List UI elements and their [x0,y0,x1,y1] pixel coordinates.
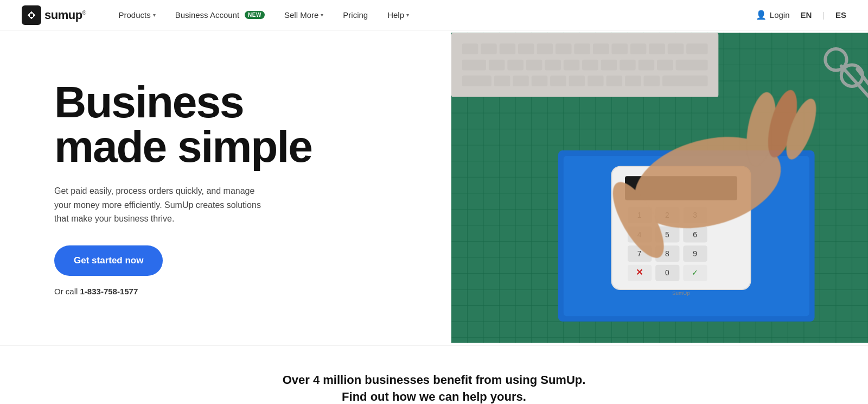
svg-rect-76 [494,75,510,86]
svg-rect-73 [657,60,673,71]
sell-more-chevron-icon: ▾ [321,12,323,18]
svg-rect-68 [564,60,580,71]
svg-rect-65 [507,60,524,71]
svg-rect-70 [601,60,617,71]
phone-number: 1-833-758-1577 [80,287,138,296]
svg-rect-85 [662,75,708,86]
new-badge: NEW [245,11,265,19]
svg-rect-80 [569,75,585,86]
svg-rect-78 [532,75,548,86]
svg-rect-54 [537,43,553,54]
hero-title: Business made simple [54,80,419,169]
hero-content: Business made simple Get paid easily, pr… [0,30,451,345]
nav-help[interactable]: Help ▾ [387,10,409,20]
help-chevron-icon: ▾ [406,12,409,18]
nav-products[interactable]: Products ▾ [119,10,156,20]
svg-rect-51 [481,43,497,54]
hero-section: Business made simple Get paid easily, pr… [0,30,868,345]
svg-text:7: 7 [637,250,642,258]
svg-rect-63 [462,60,486,71]
login-link[interactable]: 👤 Login [756,10,790,20]
svg-rect-1 [30,14,33,17]
get-started-button[interactable]: Get started now [54,245,163,276]
call-prefix: Or call [54,287,80,296]
svg-rect-56 [574,43,590,54]
sell-more-label: Sell More [284,10,318,20]
svg-rect-82 [607,75,623,86]
nav-business-account[interactable]: Business Account NEW [175,10,265,20]
svg-rect-64 [489,60,505,71]
business-account-label: Business Account [175,10,239,20]
logo-link[interactable]: sumup® [22,5,86,25]
lang-es-button[interactable]: ES [835,10,846,20]
svg-rect-83 [625,75,641,86]
svg-rect-77 [513,75,529,86]
svg-rect-59 [630,43,647,54]
svg-rect-79 [550,75,566,86]
hero-illustration: 1 2 3 4 5 6 7 8 9 ✕ 0 ✓ SumUp [451,30,868,345]
pricing-label: Pricing [343,10,368,20]
nav-right: 👤 Login EN | ES [756,10,846,20]
products-chevron-icon: ▾ [153,12,156,18]
svg-text:✓: ✓ [692,269,698,277]
svg-text:8: 8 [665,250,669,258]
lang-en-button[interactable]: EN [801,10,812,20]
svg-rect-58 [611,43,628,54]
hero-subtitle: Get paid easily, process orders quickly,… [54,184,271,226]
user-icon: 👤 [756,10,767,20]
svg-text:✕: ✕ [636,268,643,277]
svg-rect-72 [639,60,655,71]
svg-rect-66 [526,60,542,71]
svg-text:6: 6 [693,231,697,239]
products-label: Products [119,10,151,20]
lang-divider: | [822,11,825,20]
svg-rect-60 [649,43,665,54]
svg-rect-84 [643,75,660,86]
nav-sell-more[interactable]: Sell More ▾ [284,10,323,20]
bottom-banner: Over 4 million businesses benefit from u… [0,345,868,404]
bottom-banner-text: Over 4 million businesses benefit from u… [271,372,597,404]
svg-rect-50 [462,43,478,54]
svg-rect-71 [620,60,636,71]
svg-text:5: 5 [665,231,669,239]
svg-text:SumUp: SumUp [672,290,690,296]
navbar: sumup® Products ▾ Business Account NEW S… [0,0,868,30]
logo-icon [22,5,41,25]
logo-text: sumup® [44,8,86,22]
svg-rect-53 [518,43,534,54]
nav-pricing[interactable]: Pricing [343,10,368,20]
svg-rect-57 [593,43,609,54]
svg-rect-74 [676,60,708,71]
hero-image: 1 2 3 4 5 6 7 8 9 ✕ 0 ✓ SumUp [451,30,868,345]
svg-text:0: 0 [665,269,669,277]
svg-rect-52 [500,43,516,54]
svg-text:9: 9 [693,250,697,258]
svg-rect-67 [545,60,561,71]
svg-rect-75 [462,75,492,86]
login-label: Login [770,10,790,20]
hero-title-line1: Business [54,77,244,127]
svg-rect-55 [556,43,572,54]
svg-rect-61 [668,43,684,54]
logo-sup: ® [82,9,86,15]
svg-rect-81 [588,75,604,86]
svg-rect-62 [686,43,707,54]
svg-rect-69 [582,60,598,71]
hero-call: Or call 1-833-758-1577 [54,287,419,296]
hero-title-line2: made simple [54,122,312,171]
help-label: Help [387,10,404,20]
nav-links: Products ▾ Business Account NEW Sell Mor… [119,10,756,20]
